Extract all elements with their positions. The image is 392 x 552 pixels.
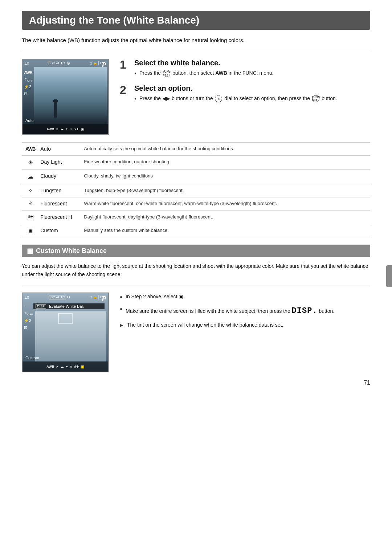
option-desc-cloudy: Cloudy, shady, twilight conditions: [80, 170, 370, 184]
camera2-bottom-bar: AWB ☀ ☁ ✦ ※ ※H ▣: [23, 361, 108, 372]
camera2-custom-label: Custom: [25, 356, 39, 360]
custom-arrow-1: ▶ The tint on the screen will change whe…: [120, 321, 370, 329]
right-tab: [386, 265, 392, 287]
camera1-image: [34, 67, 107, 124]
step-1-bullet-1: ● Press the FUNCSET button, then select …: [134, 69, 274, 77]
iso-badge-2: ISO AUTO: [49, 295, 66, 299]
cam2-wb-fluor: ※: [70, 365, 73, 368]
camera1-flash-off: ↯OFF: [24, 77, 33, 82]
option-desc-auto: Automatically sets the optimal white bal…: [80, 142, 370, 156]
second-steps-content: ● In Step 2 above, select ▣. ● Make sure…: [120, 293, 370, 332]
cam2-wb-custom: ▣: [81, 365, 84, 369]
option-name-daylight: Day Light: [37, 156, 80, 170]
second-section: ±0 ISO AUTO ⊙ □ 🔒 177 P ≈ ↯OFF ⚡2 ⊡ DISP…: [22, 293, 370, 372]
camera2-iso: ISO AUTO ⊙: [49, 295, 70, 299]
custom-bullet-1-text: In Step 2 above, select ▣.: [126, 293, 184, 301]
iso-badge: ISO AUTO: [49, 61, 66, 65]
cam2-icon-2: ↯OFF: [24, 311, 33, 316]
cam2-wb-awb: AWB: [46, 365, 54, 368]
option-icon-auto: AWB: [22, 142, 37, 156]
camera-screen-1: ±0 ISO AUTO ⊙ □ 🔒 177 P AWB ↯OFF ⚡2 ⊡ Au…: [22, 59, 109, 135]
bullet-circle-1: ●: [120, 294, 123, 300]
evaluate-text: Evaluate White Bal.: [49, 304, 84, 308]
option-icon-cloudy: ☁: [22, 170, 37, 184]
step-1-title: Select the white balance.: [134, 59, 274, 67]
custom-wb-header: ▣ Custom White Balance: [22, 245, 370, 257]
step-2-body: Select an option. ● Press the ◀▶ buttons…: [134, 84, 337, 104]
option-icon-fluorh: ※H: [22, 211, 37, 224]
option-name-fluorh: Fluorescent H: [37, 211, 80, 224]
option-icon-custom: ▣: [22, 224, 37, 237]
table-row: ※H Fluorescent H Daylight fluorescent, d…: [22, 211, 370, 224]
cam1-wb-cloud: ☁: [60, 127, 64, 131]
camera2-exposure: ±0: [25, 295, 29, 299]
camera2-left-icons: ≈ ↯OFF ⚡2 ⊡: [24, 304, 33, 330]
cam2-icon-4: ⊡: [24, 325, 33, 330]
page-number: 71: [22, 380, 370, 386]
custom-bullet-2-text: Make sure the entire screen is filled wi…: [126, 304, 334, 317]
func-set-btn: FUNCSET: [163, 70, 170, 77]
table-row: AWB Auto Automatically sets the optimal …: [22, 142, 370, 156]
custom-wb-title: Custom White Balance: [36, 247, 107, 255]
cam2-wb-cloud: ☁: [60, 365, 64, 369]
func-set-btn-2: FUNCSET: [312, 95, 319, 102]
steps-content: 1 Select the white balance. ● Press the …: [120, 59, 370, 110]
divider-1: [22, 52, 370, 52]
option-icon-daylight: ☀: [22, 156, 37, 170]
cam2-wb-fluorh: ※H: [74, 365, 79, 368]
option-icon-tungsten: ✧: [22, 184, 37, 197]
camera1-exposure: ±0: [25, 61, 29, 65]
step-2-number: 2: [120, 84, 130, 96]
step-1-body: Select the white balance. ● Press the FU…: [134, 59, 274, 78]
camera1-top-bar: ±0 ISO AUTO ⊙ □ 🔒 177: [23, 60, 108, 67]
step-2: 2 Select an option. ● Press the ◀▶ butto…: [120, 84, 370, 104]
table-row: ☀ Day Light Fine weather condition, outd…: [22, 156, 370, 170]
camera1-bottom-bar: AWB ☀ ☁ ✦ ※ ※H ▣: [23, 124, 108, 134]
options-table: AWB Auto Automatically sets the optimal …: [22, 142, 370, 238]
step-2-desc: ● Press the ◀▶ buttons or turn the ○ dia…: [134, 95, 337, 102]
camera-screen-2: ±0 ISO AUTO ⊙ □ 🔒 177 P ≈ ↯OFF ⚡2 ⊡ DISP…: [22, 293, 109, 372]
page-title: Adjusting the Tone (White Balance): [22, 11, 370, 30]
cam2-wb-sun: ☀: [56, 365, 59, 369]
custom-bullet-1: ● In Step 2 above, select ▣.: [120, 293, 370, 301]
option-name-custom: Custom: [37, 224, 80, 237]
cam2-icon-1: ≈: [24, 304, 33, 308]
custom-arrow-1-text: The tint on the screen will change when …: [127, 321, 283, 329]
cam2-icon-3: ⚡2: [24, 318, 33, 323]
custom-bullet-2: ● Make sure the entire screen is filled …: [120, 304, 370, 317]
option-desc-fluor: Warm-white fluorescent, cool-white fluor…: [80, 197, 370, 211]
tower-top: [53, 100, 58, 102]
disp-text: DISP.: [292, 306, 318, 315]
camera1-iso: ISO AUTO ⊙: [49, 61, 70, 66]
custom-icon-inline: ▣: [179, 294, 183, 299]
custom-wb-icon: ▣: [27, 247, 33, 255]
cam1-wb-fluor: ※: [70, 127, 73, 131]
camera2-white-fill: [35, 311, 106, 361]
disp-label: DISP: [36, 304, 46, 308]
option-desc-daylight: Fine weather condition, outdoor shooting…: [80, 156, 370, 170]
camera2-top-bar: ±0 ISO AUTO ⊙ □ 🔒 177: [23, 293, 108, 301]
camera1-auto-label: Auto: [25, 118, 34, 123]
bullet-circle-2: ●: [120, 306, 123, 312]
camera1-face: ⊡: [24, 91, 33, 96]
table-row: ✧ Tungsten Tungsten, bulb-type (3-wavele…: [22, 184, 370, 197]
step-1-desc: ● Press the FUNCSET button, then select …: [134, 69, 274, 77]
steps-section: ±0 ISO AUTO ⊙ □ 🔒 177 P AWB ↯OFF ⚡2 ⊡ Au…: [22, 59, 370, 135]
divider-2: [22, 286, 370, 286]
option-desc-tungsten: Tungsten, bulb-type (3-wavelength) fluor…: [80, 184, 370, 197]
step-2-bullet-text: Press the ◀▶ buttons or turn the ○ dial …: [139, 95, 337, 102]
step-2-title: Select an option.: [134, 84, 337, 93]
bullet-dot-2: ●: [134, 96, 137, 101]
evaluate-white-bal-bar: DISP Evaluate White Bal.: [33, 303, 105, 309]
option-desc-fluorh: Daylight fluorescent, daylight-type (3-w…: [80, 211, 370, 224]
intro-text: The white balance (WB) function adjusts …: [22, 36, 370, 45]
dial-btn: ○: [215, 95, 222, 102]
bullet-dot: ●: [134, 70, 137, 76]
cam1-wb-bulb: ✦: [65, 127, 68, 131]
camera1-left-icons: AWB ↯OFF ⚡2 ⊡: [24, 70, 33, 96]
camera1-awb-icon: AWB: [24, 70, 33, 75]
step-1-bullet-text: Press the FUNCSET button, then select AW…: [139, 69, 274, 77]
option-icon-fluor: ※: [22, 197, 37, 211]
option-name-auto: Auto: [37, 142, 80, 156]
table-row: ▣ Custom Manually sets the custom white …: [22, 224, 370, 237]
